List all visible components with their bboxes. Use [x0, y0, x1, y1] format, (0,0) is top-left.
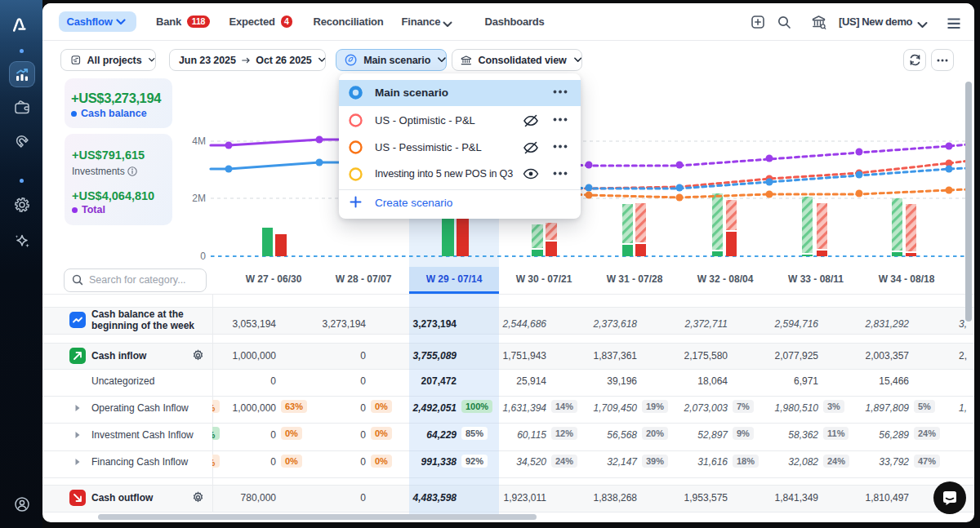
- svg-text:0: 0: [200, 251, 206, 262]
- svg-text:4M: 4M: [192, 135, 206, 147]
- svg-text:2M: 2M: [192, 193, 206, 204]
